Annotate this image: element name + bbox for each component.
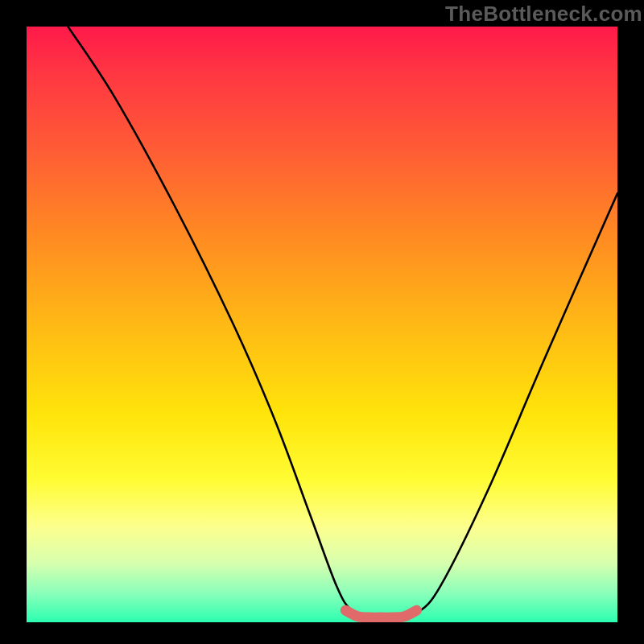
watermark-text: TheBottleneck.com [445, 2, 642, 27]
plot-area [27, 27, 617, 622]
chart-frame: TheBottleneck.com [0, 0, 644, 644]
chart-svg [27, 27, 617, 622]
black-curve-path [68, 27, 617, 620]
red-marker-band-path [345, 610, 416, 617]
